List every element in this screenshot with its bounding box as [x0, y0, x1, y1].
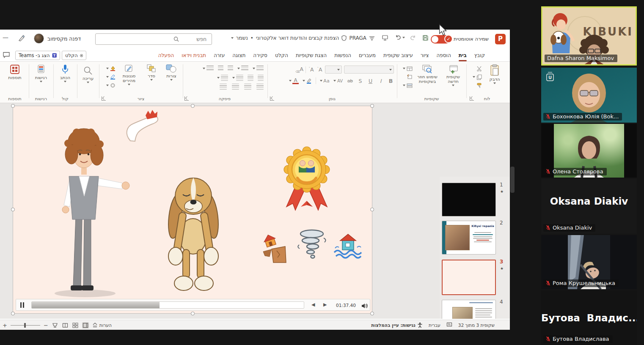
shape-effects-button[interactable]: [106, 82, 116, 89]
shape-outline-chevron-icon[interactable]: [106, 76, 109, 78]
save-icon[interactable]: [422, 35, 429, 43]
display-settings-icon[interactable]: [446, 322, 452, 328]
ink-pen-icon[interactable]: [18, 34, 25, 44]
participant-tile-krushelnytska[interactable]: Рома Крушельницька: [541, 235, 637, 289]
shape-fill-chevron-icon[interactable]: [106, 68, 109, 69]
accessibility-checker[interactable]: נגישות: עיין בהמלצות: [371, 322, 423, 328]
zoom-slider-thumb[interactable]: [24, 323, 26, 328]
highlight-chevron-icon[interactable]: [303, 80, 305, 82]
slide-thumbnail-2[interactable]: Кібукі терапія: [442, 221, 496, 255]
bold-button[interactable]: B: [388, 78, 394, 84]
shape-outline-button[interactable]: [106, 74, 116, 80]
undo-chevron-icon[interactable]: [402, 37, 405, 38]
selection-handle-top-mid[interactable]: [191, 104, 195, 108]
cut-button[interactable]: [473, 65, 482, 72]
selection-handle-bottom-right[interactable]: [370, 312, 374, 315]
text-direction-ltr-button[interactable]: [248, 74, 253, 81]
zoom-in-button[interactable]: +: [3, 322, 7, 329]
reading-view-icon[interactable]: [62, 322, 69, 329]
tab-record[interactable]: הקלט: [271, 49, 292, 62]
comments-icon[interactable]: [3, 52, 10, 60]
font-name-box[interactable]: [344, 66, 394, 74]
pause-button[interactable]: [20, 302, 24, 308]
tab-draw[interactable]: ציור: [417, 49, 433, 62]
new-slide-chevron-icon[interactable]: [452, 85, 454, 86]
touch-mouse-mode-icon[interactable]: [382, 35, 388, 43]
minimize-button[interactable]: —: [3, 34, 8, 41]
align-center-button[interactable]: [244, 84, 251, 90]
addins-button[interactable]: תוספות: [5, 64, 25, 80]
grow-font-button[interactable]: A˄: [316, 66, 323, 73]
change-case-button[interactable]: Aa: [323, 78, 330, 84]
paste-button[interactable]: הדבק: [485, 64, 504, 84]
editing-button[interactable]: עריכה: [79, 66, 97, 83]
shape-effects-chevron-icon[interactable]: [106, 85, 109, 86]
slide-thumbnail-4[interactable]: [442, 300, 496, 319]
search-box[interactable]: [95, 33, 212, 45]
align-left-button[interactable]: [232, 84, 239, 90]
tab-video-format[interactable]: תבנית וידאו: [178, 49, 210, 62]
signed-in-user[interactable]: דפנה מקסימוב: [47, 36, 81, 42]
slide-layout-button[interactable]: [403, 65, 413, 72]
arrange-button[interactable]: סדר: [143, 64, 160, 81]
slide-sorter-view-icon[interactable]: [72, 322, 79, 329]
shrink-font-button[interactable]: A˅: [308, 66, 314, 73]
text-align-options-button[interactable]: [217, 74, 228, 81]
strikethrough-button[interactable]: ab: [347, 78, 353, 83]
highlight-button[interactable]: [303, 78, 312, 84]
underline-button[interactable]: U: [367, 78, 374, 84]
dictate-chevron-icon[interactable]: [64, 81, 66, 82]
tab-help[interactable]: עזרה: [210, 49, 228, 62]
columns-button[interactable]: [232, 74, 243, 81]
slide-thumbnail-1[interactable]: [442, 183, 496, 216]
shape-fill-button[interactable]: [106, 65, 116, 72]
quick-styles-button[interactable]: סגנונות מהירים: [117, 64, 141, 85]
tab-file[interactable]: קובץ: [471, 49, 489, 62]
normal-view-icon[interactable]: [82, 322, 89, 329]
tab-insert[interactable]: הוספה: [433, 49, 455, 62]
language-indicator[interactable]: עברית: [429, 323, 440, 328]
volume-icon[interactable]: [361, 302, 368, 310]
notes-button[interactable]: הערות: [92, 323, 112, 328]
copy-chevron-icon[interactable]: [473, 76, 475, 78]
undo-button[interactable]: [395, 35, 405, 41]
change-case-chevron-icon[interactable]: [320, 80, 322, 82]
font-size-box[interactable]: [325, 66, 342, 74]
text-direction-rtl-button[interactable]: [258, 74, 264, 81]
participant-tile-dafna[interactable]: KIBUKI Dafna Sharon Maksimov: [541, 6, 637, 66]
participant-tile-stoliarova[interactable]: Олена Столярова: [541, 124, 637, 178]
zoom-slider[interactable]: [11, 325, 40, 326]
tab-transitions[interactable]: מעברים: [355, 49, 380, 62]
scrollbar-thumb[interactable]: [510, 167, 515, 193]
video-progress-track[interactable]: [31, 301, 304, 309]
selection-handle-bottom-left[interactable]: [11, 312, 15, 315]
search-input[interactable]: [182, 36, 207, 43]
decrease-indent-button[interactable]: [228, 65, 233, 72]
shapes-chevron-icon[interactable]: [170, 79, 173, 81]
character-spacing-chevron-icon[interactable]: [333, 80, 336, 82]
numbering-button[interactable]: [237, 65, 248, 72]
bullets-button[interactable]: [253, 65, 264, 72]
clear-formatting-button[interactable]: A⌫: [296, 66, 303, 74]
slideshow-view-icon[interactable]: [52, 322, 58, 329]
slide-canvas[interactable]: ◀ ▶ 01:37.40: [13, 106, 372, 314]
reset-slide-button[interactable]: [403, 74, 413, 80]
dictate-button[interactable]: הכתב: [56, 64, 74, 82]
participant-tile-bokhonkova[interactable]: U Бохонкова Юлія (Bok...: [541, 68, 637, 123]
editing-chevron-icon[interactable]: [87, 82, 89, 83]
tab-view[interactable]: תצוגה: [228, 49, 249, 62]
seek-back-button[interactable]: ◀: [311, 302, 315, 307]
format-painter-button[interactable]: [473, 82, 482, 89]
font-color-button[interactable]: A: [289, 78, 299, 84]
tab-playback[interactable]: הפעלה: [154, 49, 178, 62]
ribbon-options-icon[interactable]: [369, 35, 375, 43]
slide-thumbnail-3-selected[interactable]: [442, 260, 496, 295]
video-player-bar[interactable]: ◀ ▶ 01:37.40: [16, 299, 370, 311]
tab-review[interactable]: סקירה: [249, 49, 271, 62]
arrange-chevron-icon[interactable]: [150, 79, 153, 81]
tab-home[interactable]: בית: [455, 49, 471, 62]
zoom-out-button[interactable]: −: [44, 322, 48, 329]
line-spacing-button[interactable]: [203, 65, 214, 72]
paste-chevron-icon[interactable]: [493, 82, 496, 84]
section-button[interactable]: [403, 82, 413, 89]
